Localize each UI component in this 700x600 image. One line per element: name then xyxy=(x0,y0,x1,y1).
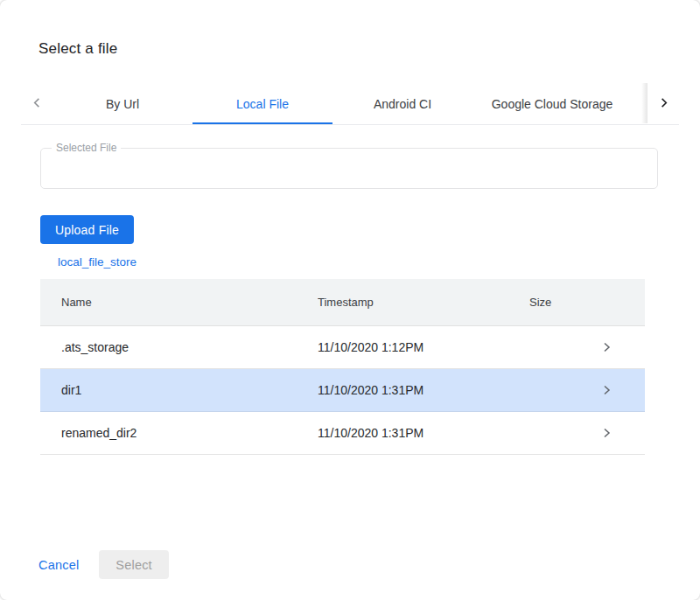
select-button[interactable]: Select xyxy=(99,550,169,579)
dialog-footer: Cancel Select xyxy=(38,550,169,579)
dialog-title: Select a file xyxy=(38,40,662,58)
tab-bar: By UrlLocal FileAndroid CIGoogle Cloud S… xyxy=(21,83,679,125)
tab-list: By UrlLocal FileAndroid CIGoogle Cloud S… xyxy=(52,83,648,124)
file-store-path-link[interactable]: local_file_store xyxy=(58,255,136,269)
upload-file-button[interactable]: Upload File xyxy=(40,215,134,244)
tab-local-file[interactable]: Local File xyxy=(192,83,332,124)
column-header-size: Size xyxy=(529,296,645,309)
table-body: .ats_storage11/10/2020 1:12PMdir111/10/2… xyxy=(40,326,645,455)
cell-timestamp: 11/10/2020 1:31PM xyxy=(318,383,529,397)
table-row[interactable]: dir111/10/2020 1:31PM xyxy=(40,369,645,412)
column-header-name: Name xyxy=(61,296,318,309)
cell-name: .ats_storage xyxy=(61,340,318,354)
cancel-button[interactable]: Cancel xyxy=(38,558,79,572)
chevron-right-icon xyxy=(657,96,670,112)
table-header-row: Name Timestamp Size xyxy=(40,279,645,326)
tab-label: Local File xyxy=(236,97,289,111)
select-file-dialog: Select a file By UrlLocal FileAndroid CI… xyxy=(0,0,700,600)
selected-file-input[interactable] xyxy=(41,149,657,188)
file-table: Name Timestamp Size .ats_storage11/10/20… xyxy=(40,279,645,455)
cell-timestamp: 11/10/2020 1:12PM xyxy=(318,340,529,354)
tab-panel-local-file: Selected File Upload File local_file_sto… xyxy=(0,148,700,455)
selected-file-label: Selected File xyxy=(52,142,121,154)
chevron-right-icon xyxy=(601,342,612,352)
tabs-scroll-right-button[interactable] xyxy=(648,83,679,124)
tab-by-url[interactable]: By Url xyxy=(52,83,192,124)
cell-name: dir1 xyxy=(61,383,318,397)
chevron-left-icon xyxy=(31,96,44,112)
tab-label: Google Cloud Storage xyxy=(492,97,613,111)
chevron-right-icon xyxy=(601,385,612,395)
tab-label: By Url xyxy=(106,97,139,111)
cell-timestamp: 11/10/2020 1:31PM xyxy=(318,426,529,440)
tab-google-cloud-storage[interactable]: Google Cloud Storage xyxy=(472,83,632,124)
column-header-timestamp: Timestamp xyxy=(318,296,529,309)
table-row[interactable]: .ats_storage11/10/2020 1:12PM xyxy=(40,326,645,369)
tab-label: Android CI xyxy=(374,97,431,111)
selected-file-field: Selected File xyxy=(40,148,658,189)
tab-android-ci[interactable]: Android CI xyxy=(332,83,472,124)
chevron-right-icon xyxy=(601,428,612,438)
cell-name: renamed_dir2 xyxy=(61,426,318,440)
table-row[interactable]: renamed_dir211/10/2020 1:31PM xyxy=(40,412,645,455)
tabs-scroll-left-button[interactable] xyxy=(21,83,52,124)
